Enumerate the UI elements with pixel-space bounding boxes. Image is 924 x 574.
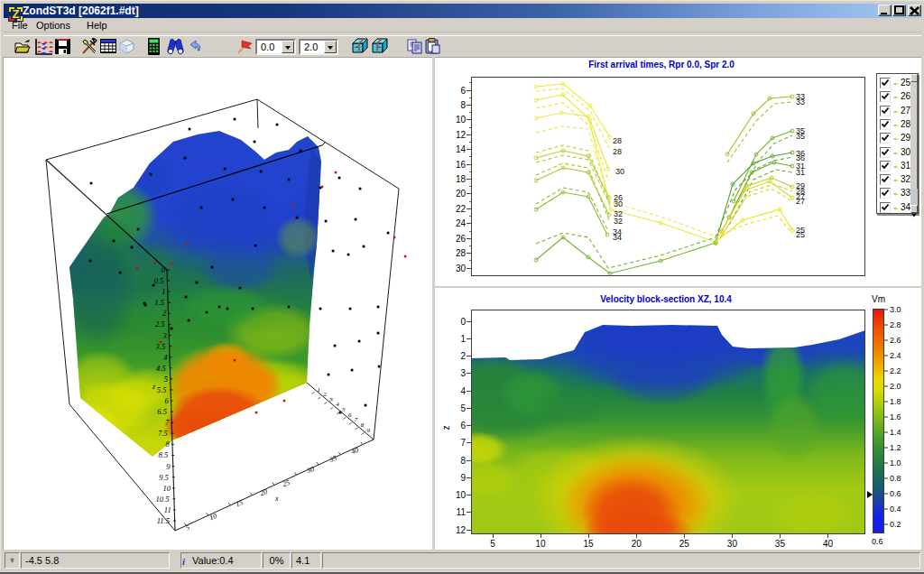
- svg-text:28: 28: [613, 147, 622, 156]
- svg-text:2: 2: [162, 309, 167, 318]
- svg-text:0.6: 0.6: [890, 489, 901, 498]
- svg-text:20: 20: [632, 539, 642, 549]
- svg-text:2.6: 2.6: [890, 336, 901, 345]
- svg-text:11: 11: [164, 505, 171, 514]
- svg-text:22: 22: [456, 204, 467, 214]
- svg-text:x: x: [274, 495, 279, 503]
- svg-text:5: 5: [342, 406, 346, 413]
- svg-text:4.5: 4.5: [156, 364, 166, 373]
- svg-text:7: 7: [460, 438, 466, 448]
- svg-text:8.5: 8.5: [159, 450, 169, 459]
- svg-text:10: 10: [208, 512, 218, 522]
- svg-text:10: 10: [456, 490, 467, 500]
- svg-text:4: 4: [336, 401, 339, 408]
- svg-text:8: 8: [166, 440, 171, 449]
- svg-text:8: 8: [460, 100, 466, 110]
- svg-text:First arrival times, Rpr 0.0,: First arrival times, Rpr 0.0, Spr 2.0: [588, 60, 735, 69]
- svg-text:1.0: 1.0: [890, 458, 901, 468]
- svg-text:30: 30: [456, 264, 467, 273]
- svg-text:30: 30: [614, 199, 623, 208]
- svg-text:0.8: 0.8: [890, 474, 901, 483]
- svg-text:10: 10: [456, 115, 467, 125]
- svg-text:2.4: 2.4: [890, 351, 901, 360]
- svg-text:1: 1: [162, 287, 165, 296]
- svg-text:35: 35: [328, 454, 338, 465]
- svg-text:10: 10: [163, 484, 171, 493]
- svg-text:4: 4: [163, 353, 168, 362]
- svg-text:0.6: 0.6: [872, 537, 883, 546]
- svg-text:24: 24: [456, 218, 467, 228]
- svg-text:14: 14: [456, 144, 467, 154]
- svg-text:30: 30: [305, 465, 316, 476]
- svg-text:z: z: [441, 426, 451, 430]
- svg-text:6: 6: [348, 412, 352, 419]
- svg-text:2.5: 2.5: [155, 319, 165, 329]
- svg-text:9: 9: [460, 473, 466, 483]
- svg-text:2.0: 2.0: [890, 382, 901, 391]
- svg-text:5.5: 5.5: [157, 385, 167, 394]
- svg-text:5: 5: [460, 403, 466, 413]
- svg-text:10.5: 10.5: [156, 495, 170, 504]
- svg-text:16: 16: [456, 160, 467, 170]
- svg-text:26: 26: [456, 234, 467, 244]
- svg-text:30: 30: [615, 167, 624, 176]
- svg-text:28: 28: [456, 248, 467, 258]
- svg-text:1.5: 1.5: [154, 298, 164, 307]
- svg-text:8: 8: [361, 421, 365, 429]
- svg-text:2.2: 2.2: [890, 366, 901, 375]
- svg-text:20: 20: [456, 189, 467, 199]
- svg-text:18: 18: [456, 174, 467, 184]
- svg-text:32: 32: [614, 217, 623, 226]
- svg-text:0.2: 0.2: [890, 520, 901, 529]
- svg-text:7: 7: [355, 416, 358, 423]
- svg-text:25: 25: [282, 478, 291, 488]
- svg-text:9: 9: [166, 462, 171, 471]
- svg-text:27: 27: [796, 197, 805, 206]
- svg-text:9: 9: [367, 427, 371, 434]
- svg-text:35: 35: [775, 539, 786, 549]
- svg-text:6: 6: [460, 86, 466, 96]
- svg-text:25: 25: [679, 539, 690, 549]
- svg-text:1.6: 1.6: [890, 412, 901, 421]
- svg-text:15: 15: [584, 539, 595, 549]
- svg-text:2: 2: [323, 391, 327, 398]
- svg-text:2.8: 2.8: [890, 320, 901, 329]
- svg-text:12: 12: [456, 130, 467, 140]
- svg-text:5: 5: [164, 375, 168, 384]
- svg-text:3: 3: [460, 368, 466, 378]
- svg-text:6: 6: [460, 421, 466, 430]
- svg-text:34: 34: [613, 233, 622, 242]
- svg-text:40: 40: [823, 539, 834, 549]
- svg-text:Velocity block-section XZ, 10.: Velocity block-section XZ, 10.4: [600, 294, 732, 304]
- svg-text:35: 35: [796, 132, 805, 141]
- svg-text:3.0: 3.0: [890, 305, 901, 314]
- svg-text:Vm: Vm: [872, 294, 885, 304]
- svg-text:1: 1: [318, 386, 321, 393]
- svg-text:5: 5: [490, 539, 495, 549]
- svg-text:2: 2: [460, 351, 466, 361]
- svg-text:1.4: 1.4: [890, 428, 901, 437]
- svg-text:0: 0: [460, 317, 466, 327]
- svg-text:1.2: 1.2: [890, 443, 901, 452]
- svg-text:1.8: 1.8: [890, 397, 901, 406]
- svg-text:7.5: 7.5: [158, 429, 168, 438]
- svg-text:6.5: 6.5: [157, 407, 167, 416]
- svg-text:31: 31: [796, 168, 805, 177]
- svg-text:1: 1: [460, 334, 466, 344]
- svg-text:0.4: 0.4: [890, 505, 901, 514]
- svg-text:3: 3: [328, 396, 333, 403]
- svg-text:12: 12: [456, 525, 467, 535]
- svg-text:7: 7: [165, 418, 170, 427]
- svg-text:6: 6: [164, 396, 169, 405]
- svg-text:3: 3: [162, 331, 167, 340]
- svg-text:40: 40: [350, 446, 360, 456]
- svg-text:25: 25: [796, 230, 805, 239]
- svg-text:33: 33: [796, 97, 805, 106]
- svg-text:0.5: 0.5: [154, 276, 164, 285]
- svg-text:11.5: 11.5: [157, 516, 170, 525]
- svg-text:28: 28: [613, 136, 622, 145]
- svg-text:9.5: 9.5: [159, 473, 169, 482]
- svg-text:30: 30: [727, 539, 738, 549]
- svg-text:11: 11: [457, 507, 467, 517]
- svg-text:10: 10: [536, 539, 547, 549]
